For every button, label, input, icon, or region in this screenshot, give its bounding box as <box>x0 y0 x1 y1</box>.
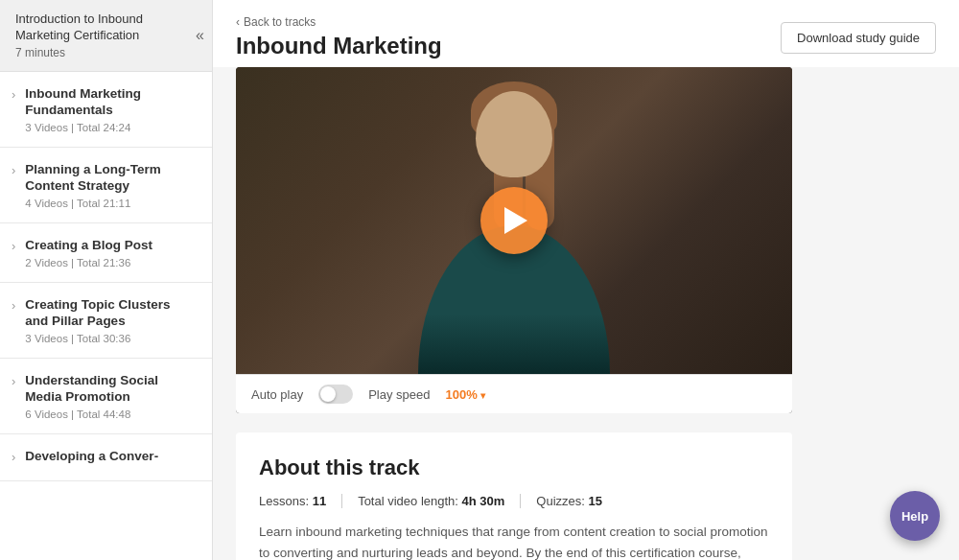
play-speed-value: 100% <box>446 387 478 402</box>
sidebar-item-meta-1: 4 Videos | Total 21:11 <box>25 198 197 209</box>
sidebar-item-title-1: Planning a Long-Term Content Strategy <box>25 161 197 195</box>
sidebar-item-meta-3: 3 Videos | Total 30:36 <box>25 333 197 344</box>
sidebar-item-2[interactable]: › Creating a Blog Post 2 Videos | Total … <box>0 223 212 283</box>
stat-lessons-value: 11 <box>313 494 326 508</box>
video-wrapper: Auto play Play speed 100% ▾ <box>236 67 792 413</box>
sidebar-item-title-2: Creating a Blog Post <box>25 237 152 254</box>
person-face <box>476 91 552 177</box>
stat-video-value: 4h 30m <box>462 494 505 508</box>
back-arrow-icon: ‹ <box>236 15 240 29</box>
about-title: About this track <box>259 455 769 480</box>
collapse-button[interactable]: « <box>196 27 204 44</box>
sidebar-current-item: Introduction to Inbound Marketing Certif… <box>0 0 212 72</box>
sidebar-item-title-0: Inbound Marketing Fundamentals <box>25 85 197 119</box>
toggle-knob <box>320 386 336 402</box>
chevron-right-icon: › <box>12 450 15 464</box>
video-thumbnail <box>236 67 792 374</box>
chevron-right-icon: › <box>12 239 15 253</box>
help-label: Help <box>901 509 928 524</box>
stat-quizzes: Quizzes: 15 <box>536 494 602 508</box>
sidebar-current-duration: 7 minutes <box>15 46 197 59</box>
video-container: Auto play Play speed 100% ▾ <box>236 67 792 413</box>
play-speed-dropdown[interactable]: 100% ▾ <box>446 387 486 402</box>
sidebar-item-title-5: Developing a Conver- <box>25 448 158 465</box>
back-link-label: Back to tracks <box>244 15 316 29</box>
sidebar-item-3[interactable]: › Creating Topic Clusters and Pillar Pag… <box>0 283 212 359</box>
chevron-right-icon: › <box>12 87 15 102</box>
sidebar-item-5[interactable]: › Developing a Conver- <box>0 434 212 482</box>
about-description: Learn inbound marketing techniques that … <box>259 522 769 560</box>
stat-lessons-label: Lessons: <box>259 494 313 508</box>
sidebar-item-meta-4: 6 Videos | Total 44:48 <box>25 408 197 420</box>
about-section: About this track Lessons: 11 Total video… <box>213 413 959 560</box>
help-button[interactable]: Help <box>890 491 940 541</box>
play-button[interactable] <box>480 187 548 254</box>
stat-quizzes-value: 15 <box>589 494 602 508</box>
main-content: ‹ Back to tracks Inbound Marketing Downl… <box>213 0 959 560</box>
stat-video-length: Total video length: 4h 30m <box>358 494 521 508</box>
chevron-right-icon: › <box>12 298 15 313</box>
sidebar: Introduction to Inbound Marketing Certif… <box>0 0 213 560</box>
chevron-right-icon: › <box>12 374 15 388</box>
autoplay-label: Auto play <box>251 387 303 402</box>
stat-lessons: Lessons: 11 <box>259 494 342 508</box>
sidebar-item-0[interactable]: › Inbound Marketing Fundamentals 3 Video… <box>0 72 212 148</box>
page-title: Inbound Marketing <box>236 33 442 59</box>
sidebar-item-1[interactable]: › Planning a Long-Term Content Strategy … <box>0 148 212 223</box>
caret-down-icon: ▾ <box>480 390 485 401</box>
sidebar-item-4[interactable]: › Understanding Social Media Promotion 6… <box>0 359 212 434</box>
stat-quizzes-label: Quizzes: <box>536 494 588 508</box>
play-icon <box>504 207 527 234</box>
sidebar-item-meta-2: 2 Videos | Total 21:36 <box>25 257 152 268</box>
stat-video-label: Total video length: <box>358 494 461 508</box>
back-link[interactable]: ‹ Back to tracks <box>236 15 442 29</box>
sidebar-current-title: Introduction to Inbound Marketing Certif… <box>15 12 197 44</box>
chevron-right-icon: › <box>12 163 15 177</box>
collapse-icon: « <box>196 27 204 44</box>
download-study-guide-button[interactable]: Download study guide <box>781 22 936 54</box>
sidebar-item-meta-0: 3 Videos | Total 24:24 <box>25 122 197 133</box>
autoplay-toggle[interactable] <box>318 385 353 404</box>
topbar: ‹ Back to tracks Inbound Marketing Downl… <box>213 0 959 67</box>
play-speed-label: Play speed <box>368 387 430 402</box>
sidebar-item-title-3: Creating Topic Clusters and Pillar Pages <box>25 296 197 330</box>
sidebar-item-title-4: Understanding Social Media Promotion <box>25 372 197 406</box>
video-controls: Auto play Play speed 100% ▾ <box>236 374 792 413</box>
stats-row: Lessons: 11 Total video length: 4h 30m Q… <box>259 494 769 508</box>
